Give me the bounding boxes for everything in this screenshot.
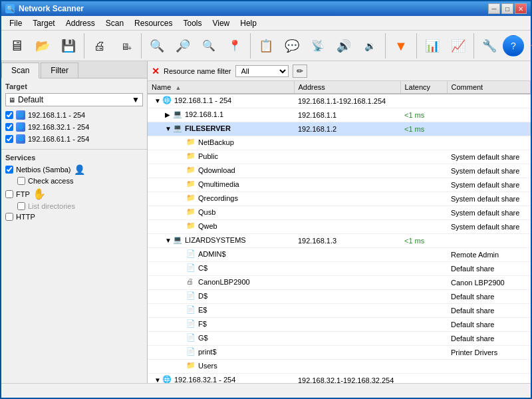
table-row[interactable]: 📄C$ Default share: [148, 262, 531, 276]
new-scan-button[interactable]: 🖥: [4, 33, 29, 59]
tab-filter[interactable]: Filter: [41, 63, 78, 78]
table-row[interactable]: 📄ADMIN$ Remote Admin: [148, 248, 531, 262]
table-row[interactable]: 📁Public System default share: [148, 150, 531, 164]
share-icon: 📄: [186, 249, 197, 260]
table-row[interactable]: 📁Qdownload System default share: [148, 164, 531, 178]
ftp-label: FTP: [16, 190, 30, 198]
expand-icon[interactable]: ▼: [154, 97, 162, 105]
table-row[interactable]: 🖨CanonLBP2900 Canon LBP2900: [148, 276, 531, 290]
menu-target[interactable]: Target: [27, 17, 60, 29]
menu-view[interactable]: View: [207, 17, 235, 29]
filter-bar: ✕ Resource name filter All Custom ✏: [148, 61, 531, 81]
table-row[interactable]: 📄D$ Default share: [148, 290, 531, 304]
hand-icon: ✋: [33, 188, 46, 200]
filter-select[interactable]: All Custom: [235, 65, 289, 77]
range-1-icon: 🌐: [16, 110, 25, 120]
home-button[interactable]: 🏠: [525, 33, 532, 59]
menu-address[interactable]: Address: [61, 17, 100, 29]
table-row[interactable]: 📄E$ Default share: [148, 304, 531, 318]
target-section: Target 🖥 Default ▼ 🌐 192.168.1.1 - 254 🌐: [1, 78, 147, 149]
target-dropdown[interactable]: 🖥 Default ▼: [5, 93, 143, 106]
table-row[interactable]: ▼🌐192.168.32.1 - 254 192.168.32.1-192.16…: [148, 374, 531, 384]
table-row[interactable]: ▶💻192.168.1.1 192.168.1.1 <1 ms: [148, 108, 531, 122]
list-dirs-service: List directories: [17, 202, 143, 210]
range-3-checkbox[interactable]: [5, 135, 13, 143]
check-access-label: Check access: [28, 177, 73, 185]
row-comment: [447, 234, 531, 248]
expand-icon[interactable]: ▼: [165, 237, 173, 245]
check-access-checkbox[interactable]: [17, 177, 25, 185]
help-button[interactable]: ?: [503, 35, 524, 57]
list-dirs-checkbox[interactable]: [17, 202, 25, 210]
maximize-button[interactable]: □: [501, 3, 513, 14]
col-address[interactable]: Address: [294, 81, 400, 94]
expand-icon[interactable]: ▶: [165, 111, 173, 119]
col-name[interactable]: Name ▲: [148, 81, 294, 94]
locate-button[interactable]: 📍: [222, 33, 247, 59]
menu-help[interactable]: Help: [235, 17, 262, 29]
row-address: [294, 206, 400, 220]
col-comment[interactable]: Comment: [447, 81, 531, 94]
folder-icon: 📁: [186, 180, 197, 190]
table-row[interactable]: 📁Qusb System default share: [148, 206, 531, 220]
table-container[interactable]: Name ▲ Address Latency Comment ▼🌐192.168…: [148, 81, 531, 383]
menu-resources[interactable]: Resources: [129, 17, 178, 29]
network-icon: 🌐: [162, 96, 173, 106]
share-icon: 📄: [186, 305, 197, 316]
range-3-icon: 🌐: [16, 134, 25, 144]
table-row[interactable]: 📄G$ Default share: [148, 332, 531, 346]
range-1-checkbox[interactable]: [5, 111, 13, 119]
filter-button[interactable]: ▼: [388, 33, 414, 59]
row-comment: Remote Admin: [447, 248, 531, 262]
open-button[interactable]: 📂: [30, 33, 55, 59]
table-row[interactable]: ▼🌐192.168.1.1 - 254 192.168.1.1-192.168.…: [148, 94, 531, 108]
menu-file[interactable]: File: [4, 17, 27, 29]
ftp-checkbox[interactable]: [5, 190, 13, 198]
table-row[interactable]: 📁Qweb System default share: [148, 220, 531, 234]
table-row[interactable]: 📁Qmultimedia System default share: [148, 178, 531, 192]
range-2-checkbox[interactable]: [5, 123, 13, 131]
range-1-label: 192.168.1.1 - 254: [28, 111, 85, 119]
sound2-button[interactable]: 🔉: [357, 33, 382, 59]
right-panel: ✕ Resource name filter All Custom ✏ Name…: [148, 61, 531, 383]
tools-button[interactable]: 🔧: [477, 33, 502, 59]
save-button[interactable]: 💾: [56, 33, 81, 59]
row-latency: [400, 220, 447, 234]
filter-clear-button[interactable]: ✕: [152, 66, 160, 76]
expand-icon[interactable]: ▼: [154, 376, 162, 383]
print2-button[interactable]: 🖥+: [113, 33, 138, 59]
msg-button[interactable]: 💬: [279, 33, 305, 59]
close-button[interactable]: ✕: [515, 3, 527, 14]
expand-icon[interactable]: ▼: [165, 125, 173, 133]
scan-button[interactable]: 🔍: [144, 33, 170, 59]
col-latency[interactable]: Latency: [400, 81, 447, 94]
search-button[interactable]: 🔍: [196, 33, 221, 59]
row-address: [294, 290, 400, 304]
toolbar-group-report: 📊 📈: [420, 33, 474, 59]
row-comment: System default share: [447, 164, 531, 178]
filter-edit-button[interactable]: ✏: [293, 65, 307, 78]
print-button[interactable]: 🖨: [87, 33, 112, 59]
table-row[interactable]: 📁Users: [148, 360, 531, 374]
row-name: Qusb: [198, 208, 215, 216]
sound-button[interactable]: 🔊: [331, 33, 356, 59]
tab-scan[interactable]: Scan: [1, 63, 39, 78]
table-row[interactable]: 📄print$ Printer Drivers: [148, 346, 531, 360]
table-row[interactable]: ▼💻FILESERVER 192.168.1.2 <1 ms: [148, 122, 531, 136]
table-row[interactable]: 📄F$ Default share: [148, 318, 531, 332]
report2-button[interactable]: 📈: [446, 33, 471, 59]
menu-tools[interactable]: Tools: [178, 17, 207, 29]
resources-button[interactable]: 📋: [253, 33, 279, 59]
netbios-checkbox[interactable]: [5, 166, 13, 174]
table-row[interactable]: 📁NetBackup: [148, 136, 531, 150]
report-button[interactable]: 📊: [420, 33, 445, 59]
http-checkbox[interactable]: [5, 213, 13, 221]
find-button[interactable]: 🔎: [170, 33, 196, 59]
net-button[interactable]: 📡: [305, 33, 331, 59]
menu-scan[interactable]: Scan: [100, 17, 129, 29]
row-name: Qrecordings: [198, 194, 238, 202]
table-row[interactable]: ▼💻LIZARDSYSTEMS 192.168.1.3 <1 ms: [148, 234, 531, 248]
network-icon: 🌐: [162, 375, 173, 383]
minimize-button[interactable]: ─: [488, 3, 500, 14]
table-row[interactable]: 📁Qrecordings System default share: [148, 192, 531, 206]
